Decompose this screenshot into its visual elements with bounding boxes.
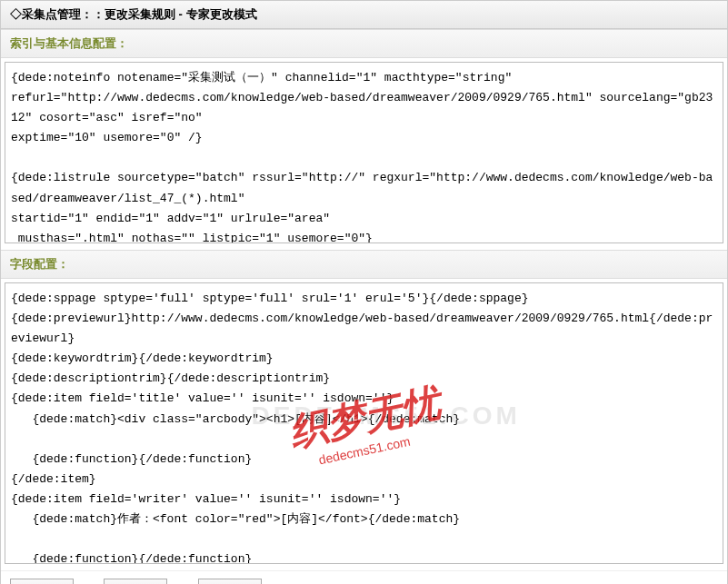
index-config-textarea[interactable]	[5, 62, 723, 243]
field-config-textarea[interactable]	[5, 282, 723, 564]
index-config-wrap	[1, 58, 727, 250]
back-button[interactable]: 返回	[198, 579, 262, 584]
page-title: ◇采集点管理：：更改采集规则 - 专家更改模式	[1, 1, 727, 29]
field-config-wrap: DEDECMS51.COM 织梦无忧 dedecms51.com	[1, 279, 727, 570]
main-panel: ◇采集点管理：：更改采集规则 - 专家更改模式 索引与基本信息配置： 字段配置：…	[0, 0, 728, 584]
field-config-title: 字段配置：	[1, 250, 727, 279]
reset-button[interactable]: 重置	[104, 579, 167, 584]
submit-button[interactable]: 确定	[10, 579, 74, 584]
index-config-title: 索引与基本信息配置：	[1, 29, 727, 58]
button-bar: 确定 重置 返回	[1, 570, 727, 584]
